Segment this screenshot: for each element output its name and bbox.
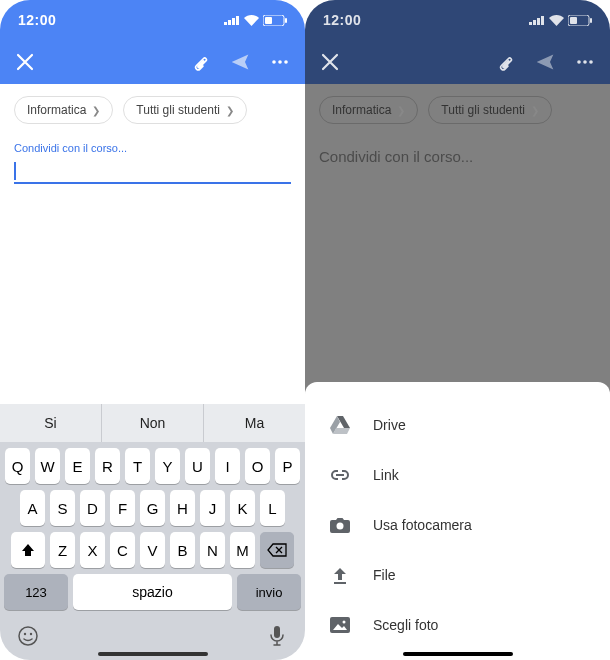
svg-rect-14 xyxy=(529,22,532,25)
sheet-item-camera[interactable]: Usa fotocamera xyxy=(305,500,610,550)
sheet-item-drive[interactable]: Drive xyxy=(305,400,610,450)
key[interactable]: E xyxy=(65,448,90,484)
svg-point-22 xyxy=(583,60,587,64)
key[interactable]: N xyxy=(200,532,225,568)
status-bar: 12:00 xyxy=(305,0,610,40)
send-button[interactable] xyxy=(534,51,556,73)
key[interactable]: Y xyxy=(155,448,180,484)
chevron-right-icon: ❯ xyxy=(226,105,234,116)
chips-row: Informatica ❯ Tutti gli studenti ❯ xyxy=(0,84,305,136)
home-indicator[interactable] xyxy=(98,652,208,656)
chip-audience[interactable]: Tutti gli studenti ❯ xyxy=(428,96,552,124)
key[interactable]: O xyxy=(245,448,270,484)
svg-point-24 xyxy=(337,523,344,530)
status-time: 12:00 xyxy=(323,12,361,28)
enter-key[interactable]: invio xyxy=(237,574,301,610)
sheet-item-label: Scegli foto xyxy=(373,617,438,633)
chip-label: Informatica xyxy=(332,103,391,117)
key[interactable]: M xyxy=(230,532,255,568)
emoji-icon xyxy=(16,624,40,648)
key[interactable]: H xyxy=(170,490,195,526)
chip-course[interactable]: Informatica ❯ xyxy=(14,96,113,124)
compose-input[interactable] xyxy=(14,160,291,184)
mic-button[interactable] xyxy=(263,622,291,650)
key[interactable]: Z xyxy=(50,532,75,568)
compose-label: Condividi con il corso... xyxy=(14,142,291,154)
more-button[interactable] xyxy=(574,51,596,73)
app-bar xyxy=(305,40,610,84)
sheet-item-file[interactable]: File xyxy=(305,550,610,600)
close-icon xyxy=(321,53,339,71)
chip-course[interactable]: Informatica ❯ xyxy=(319,96,418,124)
svg-rect-2 xyxy=(232,18,235,25)
svg-rect-15 xyxy=(533,20,536,25)
chevron-right-icon: ❯ xyxy=(531,105,539,116)
key[interactable]: B xyxy=(170,532,195,568)
key-row-1: Q W E R T Y U I O P xyxy=(0,442,305,484)
key[interactable]: S xyxy=(50,490,75,526)
svg-rect-6 xyxy=(265,17,272,24)
space-key[interactable]: spazio xyxy=(73,574,232,610)
signal-icon xyxy=(529,15,545,25)
more-button[interactable] xyxy=(269,51,291,73)
chip-label: Tutti gli studenti xyxy=(136,103,220,117)
backspace-key[interactable] xyxy=(260,532,294,568)
key-row-2: A S D F G H J K L xyxy=(0,484,305,526)
camera-icon xyxy=(329,514,351,536)
shift-key[interactable] xyxy=(11,532,45,568)
key[interactable]: J xyxy=(200,490,225,526)
svg-rect-26 xyxy=(330,617,350,633)
compose-area[interactable]: Condividi con il corso... xyxy=(305,136,610,171)
chip-audience[interactable]: Tutti gli studenti ❯ xyxy=(123,96,247,124)
key[interactable]: C xyxy=(110,532,135,568)
svg-rect-3 xyxy=(236,16,239,25)
suggestion-bar: Si Non Ma xyxy=(0,404,305,442)
key[interactable]: X xyxy=(80,532,105,568)
attach-button[interactable] xyxy=(189,51,211,73)
chips-row: Informatica ❯ Tutti gli studenti ❯ xyxy=(305,84,610,136)
key[interactable]: P xyxy=(275,448,300,484)
key[interactable]: A xyxy=(20,490,45,526)
suggestion[interactable]: Si xyxy=(0,404,102,442)
attachment-sheet: Drive Link Usa fotocamera File Scegli fo… xyxy=(305,382,610,660)
svg-point-23 xyxy=(589,60,593,64)
paperclip-icon xyxy=(190,52,210,72)
chevron-right-icon: ❯ xyxy=(92,105,100,116)
svg-point-8 xyxy=(278,60,282,64)
svg-rect-19 xyxy=(590,18,592,23)
key[interactable]: W xyxy=(35,448,60,484)
key[interactable]: U xyxy=(185,448,210,484)
sheet-item-label: File xyxy=(373,567,396,583)
close-icon xyxy=(16,53,34,71)
key[interactable]: G xyxy=(140,490,165,526)
shift-icon xyxy=(20,542,36,558)
compose-area: Condividi con il corso... xyxy=(0,136,305,190)
close-button[interactable] xyxy=(319,51,341,73)
key[interactable]: R xyxy=(95,448,120,484)
sheet-item-label: Usa fotocamera xyxy=(373,517,472,533)
photo-icon xyxy=(329,614,351,636)
sheet-item-link[interactable]: Link xyxy=(305,450,610,500)
key[interactable]: Q xyxy=(5,448,30,484)
key[interactable]: L xyxy=(260,490,285,526)
numeric-key[interactable]: 123 xyxy=(4,574,68,610)
key[interactable]: T xyxy=(125,448,150,484)
sheet-item-photo[interactable]: Scegli foto xyxy=(305,600,610,650)
key-row-4: 123 spazio invio xyxy=(0,568,305,616)
emoji-button[interactable] xyxy=(14,622,42,650)
backspace-icon xyxy=(267,543,287,557)
key[interactable]: D xyxy=(80,490,105,526)
key[interactable]: V xyxy=(140,532,165,568)
svg-point-7 xyxy=(272,60,276,64)
suggestion[interactable]: Non xyxy=(102,404,204,442)
svg-point-27 xyxy=(343,621,346,624)
close-button[interactable] xyxy=(14,51,36,73)
key[interactable]: K xyxy=(230,490,255,526)
sheet-item-label: Drive xyxy=(373,417,406,433)
key[interactable]: I xyxy=(215,448,240,484)
suggestion[interactable]: Ma xyxy=(204,404,305,442)
home-indicator[interactable] xyxy=(403,652,513,656)
key[interactable]: F xyxy=(110,490,135,526)
attach-button[interactable] xyxy=(494,51,516,73)
send-button[interactable] xyxy=(229,51,251,73)
